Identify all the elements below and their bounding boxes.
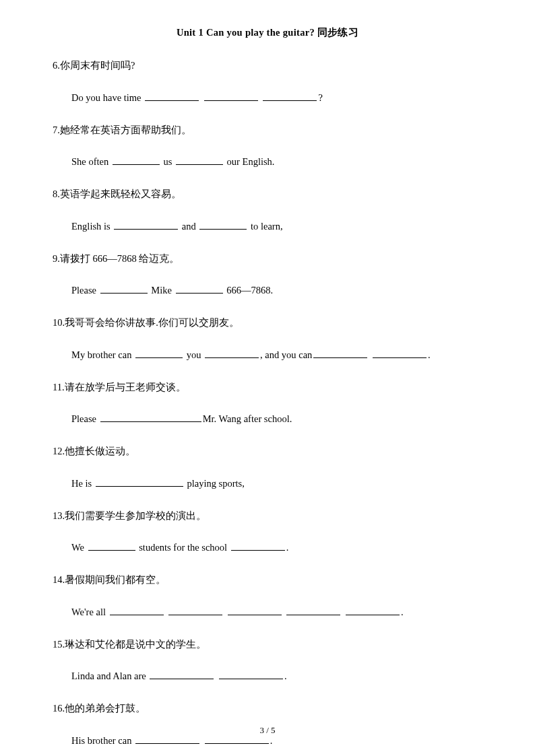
blank[interactable]: [145, 92, 199, 101]
blank[interactable]: [168, 606, 222, 615]
q16-en: His brother can .: [71, 734, 482, 749]
blank[interactable]: [204, 92, 258, 101]
blank[interactable]: [135, 349, 183, 358]
blank[interactable]: [205, 349, 259, 358]
text: Mike: [149, 285, 175, 296]
q12-cn: 12.他擅长做运动。: [53, 444, 482, 459]
text: and: [179, 221, 198, 232]
blank[interactable]: [100, 284, 148, 294]
q14-cn: 14.暑假期间我们都有空。: [53, 573, 482, 588]
text: Mr. Wang after school.: [203, 413, 292, 424]
q10-cn: 10.我哥哥会给你讲故事.你们可以交朋友。: [53, 316, 482, 331]
text: Please: [71, 413, 99, 424]
blank[interactable]: [373, 349, 427, 358]
q11-cn: 11.请在放学后与王老师交谈。: [53, 380, 482, 395]
text: She often: [71, 156, 111, 167]
text: you: [184, 349, 203, 360]
text: playing sports,: [185, 478, 245, 489]
q9-en: Please Mike 666—7868.: [71, 283, 482, 298]
text: .: [401, 607, 404, 617]
q13-en: We students for the school .: [71, 541, 482, 555]
q8-cn: 8.英语学起来既轻松又容易。: [53, 187, 482, 202]
text: His brother can: [71, 735, 134, 746]
blank[interactable]: [346, 606, 400, 615]
q12-en: He is playing sports,: [71, 477, 482, 491]
blank[interactable]: [228, 606, 282, 615]
blank[interactable]: [100, 413, 201, 422]
q9-cn: 9.请拨打 666—7868 给迈克。: [53, 252, 482, 267]
q7-en: She often us our English.: [71, 155, 482, 170]
q13-cn: 13.我们需要学生参加学校的演出。: [53, 509, 482, 524]
q14-en: We're all .: [71, 605, 482, 620]
blank[interactable]: [113, 156, 160, 165]
blank[interactable]: [150, 670, 214, 679]
q6-cn: 6.你周末有时间吗?: [53, 59, 482, 73]
text: He is: [71, 478, 94, 489]
text: .: [284, 671, 287, 681]
blank[interactable]: [114, 220, 178, 230]
text: 666—7868.: [224, 285, 274, 296]
blank[interactable]: [231, 541, 285, 551]
text: .: [286, 542, 289, 553]
q15-cn: 15.琳达和艾伦都是说中文的学生。: [53, 638, 482, 652]
blank[interactable]: [176, 156, 223, 165]
text: We: [71, 542, 87, 553]
text: Please: [71, 285, 99, 296]
blank[interactable]: [96, 477, 183, 487]
text: .: [428, 349, 431, 360]
text: us: [161, 156, 175, 167]
text: My brother can: [71, 349, 134, 360]
text: English is: [71, 221, 113, 232]
blank[interactable]: [199, 220, 247, 230]
blank[interactable]: [313, 349, 367, 358]
q6-en: Do you have time ?: [71, 91, 482, 106]
blank[interactable]: [219, 670, 283, 679]
q10-en: My brother can you , and you can .: [71, 348, 482, 363]
page-number: 3 / 5: [0, 725, 535, 736]
text: , and you can: [260, 349, 312, 360]
text: our English.: [224, 156, 275, 167]
page-title: Unit 1 Can you play the guitar? 同步练习: [53, 26, 482, 39]
text: We're all: [71, 607, 108, 617]
text: .: [270, 735, 273, 746]
blank[interactable]: [88, 541, 135, 551]
blank[interactable]: [176, 284, 223, 294]
text: Linda and Alan are: [71, 671, 148, 681]
text: Do you have time: [71, 92, 144, 103]
text: students for the school: [137, 542, 230, 553]
q7-cn: 7.她经常在英语方面帮助我们。: [53, 123, 482, 138]
q11-en: Please Mr. Wang after school.: [71, 412, 482, 427]
q15-en: Linda and Alan are .: [71, 669, 482, 684]
q8-en: English is and to learn,: [71, 219, 482, 234]
q16-cn: 16.他的弟弟会打鼓。: [53, 701, 482, 716]
blank[interactable]: [263, 92, 317, 101]
blank[interactable]: [110, 606, 164, 615]
blank[interactable]: [286, 606, 340, 615]
text: ?: [318, 92, 322, 103]
text: to learn,: [248, 221, 282, 232]
